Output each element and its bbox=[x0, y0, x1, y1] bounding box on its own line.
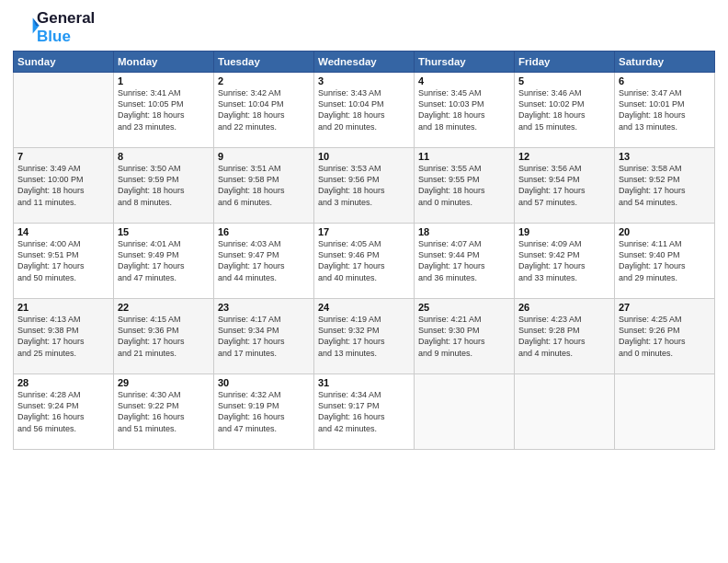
day-number: 14 bbox=[17, 226, 109, 237]
cell-content: Sunrise: 4:01 AM Sunset: 9:49 PM Dayligh… bbox=[118, 238, 210, 283]
cell-content: Sunrise: 3:47 AM Sunset: 10:01 PM Daylig… bbox=[619, 87, 711, 132]
logo-text-line1: General bbox=[37, 9, 95, 28]
calendar-cell: 10Sunrise: 3:53 AM Sunset: 9:56 PM Dayli… bbox=[314, 148, 415, 224]
day-number: 21 bbox=[17, 302, 109, 313]
day-number: 15 bbox=[118, 226, 210, 237]
day-number: 13 bbox=[619, 151, 711, 162]
cell-content: Sunrise: 4:30 AM Sunset: 9:22 PM Dayligh… bbox=[118, 389, 210, 434]
weekday-header-tuesday: Tuesday bbox=[214, 52, 314, 73]
calendar-cell: 20Sunrise: 4:11 AM Sunset: 9:40 PM Dayli… bbox=[615, 224, 715, 299]
week-row-3: 14Sunrise: 4:00 AM Sunset: 9:51 PM Dayli… bbox=[14, 224, 715, 299]
calendar-cell: 30Sunrise: 4:32 AM Sunset: 9:19 PM Dayli… bbox=[214, 374, 314, 450]
cell-content: Sunrise: 4:19 AM Sunset: 9:32 PM Dayligh… bbox=[318, 314, 410, 359]
logo-text-line2: Blue bbox=[37, 28, 95, 46]
cell-content: Sunrise: 3:41 AM Sunset: 10:05 PM Daylig… bbox=[118, 87, 210, 132]
day-number: 8 bbox=[118, 151, 210, 162]
page-header: General Blue bbox=[13, 9, 715, 45]
day-number: 2 bbox=[218, 75, 310, 86]
calendar-cell: 9Sunrise: 3:51 AM Sunset: 9:58 PM Daylig… bbox=[214, 148, 314, 224]
calendar-cell bbox=[415, 374, 515, 450]
calendar-cell: 1Sunrise: 3:41 AM Sunset: 10:05 PM Dayli… bbox=[114, 73, 214, 148]
calendar-cell: 2Sunrise: 3:42 AM Sunset: 10:04 PM Dayli… bbox=[214, 73, 314, 148]
cell-content: Sunrise: 3:53 AM Sunset: 9:56 PM Dayligh… bbox=[318, 163, 410, 208]
cell-content: Sunrise: 3:51 AM Sunset: 9:58 PM Dayligh… bbox=[218, 163, 310, 208]
calendar-cell: 22Sunrise: 4:15 AM Sunset: 9:36 PM Dayli… bbox=[114, 299, 214, 374]
day-number: 28 bbox=[17, 377, 109, 388]
day-number: 18 bbox=[418, 226, 510, 237]
day-number: 3 bbox=[318, 75, 410, 86]
calendar-cell: 29Sunrise: 4:30 AM Sunset: 9:22 PM Dayli… bbox=[114, 374, 214, 450]
calendar-cell bbox=[14, 73, 114, 148]
cell-content: Sunrise: 3:45 AM Sunset: 10:03 PM Daylig… bbox=[418, 87, 510, 132]
cell-content: Sunrise: 4:32 AM Sunset: 9:19 PM Dayligh… bbox=[218, 389, 310, 434]
day-number: 31 bbox=[318, 377, 410, 388]
calendar-cell: 24Sunrise: 4:19 AM Sunset: 9:32 PM Dayli… bbox=[314, 299, 415, 374]
calendar-table: SundayMondayTuesdayWednesdayThursdayFrid… bbox=[13, 51, 715, 450]
cell-content: Sunrise: 4:07 AM Sunset: 9:44 PM Dayligh… bbox=[418, 238, 510, 283]
calendar-cell: 18Sunrise: 4:07 AM Sunset: 9:44 PM Dayli… bbox=[415, 224, 515, 299]
calendar-cell: 4Sunrise: 3:45 AM Sunset: 10:03 PM Dayli… bbox=[415, 73, 515, 148]
cell-content: Sunrise: 3:56 AM Sunset: 9:54 PM Dayligh… bbox=[518, 163, 610, 208]
calendar-cell: 13Sunrise: 3:58 AM Sunset: 9:52 PM Dayli… bbox=[615, 148, 715, 224]
cell-content: Sunrise: 3:55 AM Sunset: 9:55 PM Dayligh… bbox=[418, 163, 510, 208]
day-number: 11 bbox=[418, 151, 510, 162]
cell-content: Sunrise: 3:49 AM Sunset: 10:00 PM Daylig… bbox=[17, 163, 109, 208]
cell-content: Sunrise: 4:13 AM Sunset: 9:38 PM Dayligh… bbox=[17, 314, 109, 359]
weekday-header-saturday: Saturday bbox=[615, 52, 715, 73]
day-number: 26 bbox=[518, 302, 610, 313]
day-number: 7 bbox=[17, 151, 109, 162]
cell-content: Sunrise: 3:43 AM Sunset: 10:04 PM Daylig… bbox=[318, 87, 410, 132]
page-container: General Blue SundayMondayTuesdayWednesda… bbox=[0, 0, 728, 457]
day-number: 10 bbox=[318, 151, 410, 162]
weekday-header-thursday: Thursday bbox=[415, 52, 515, 73]
calendar-cell: 14Sunrise: 4:00 AM Sunset: 9:51 PM Dayli… bbox=[14, 224, 114, 299]
day-number: 4 bbox=[418, 75, 510, 86]
weekday-header-wednesday: Wednesday bbox=[314, 52, 415, 73]
weekday-header-monday: Monday bbox=[114, 52, 214, 73]
cell-content: Sunrise: 4:17 AM Sunset: 9:34 PM Dayligh… bbox=[218, 314, 310, 359]
cell-content: Sunrise: 4:09 AM Sunset: 9:42 PM Dayligh… bbox=[518, 238, 610, 283]
logo: General Blue bbox=[13, 9, 95, 45]
calendar-cell: 12Sunrise: 3:56 AM Sunset: 9:54 PM Dayli… bbox=[515, 148, 615, 224]
calendar-cell: 31Sunrise: 4:34 AM Sunset: 9:17 PM Dayli… bbox=[314, 374, 415, 450]
calendar-cell: 23Sunrise: 4:17 AM Sunset: 9:34 PM Dayli… bbox=[214, 299, 314, 374]
day-number: 5 bbox=[518, 75, 610, 86]
day-number: 24 bbox=[318, 302, 410, 313]
day-number: 29 bbox=[118, 377, 210, 388]
day-number: 23 bbox=[218, 302, 310, 313]
week-row-5: 28Sunrise: 4:28 AM Sunset: 9:24 PM Dayli… bbox=[14, 374, 715, 450]
calendar-cell: 5Sunrise: 3:46 AM Sunset: 10:02 PM Dayli… bbox=[515, 73, 615, 148]
cell-content: Sunrise: 4:28 AM Sunset: 9:24 PM Dayligh… bbox=[17, 389, 109, 434]
calendar-cell bbox=[515, 374, 615, 450]
cell-content: Sunrise: 3:50 AM Sunset: 9:59 PM Dayligh… bbox=[118, 163, 210, 208]
weekday-header-row: SundayMondayTuesdayWednesdayThursdayFrid… bbox=[14, 52, 715, 73]
cell-content: Sunrise: 3:46 AM Sunset: 10:02 PM Daylig… bbox=[518, 87, 610, 132]
weekday-header-sunday: Sunday bbox=[14, 52, 114, 73]
cell-content: Sunrise: 4:25 AM Sunset: 9:26 PM Dayligh… bbox=[619, 314, 711, 359]
cell-content: Sunrise: 4:21 AM Sunset: 9:30 PM Dayligh… bbox=[418, 314, 510, 359]
cell-content: Sunrise: 4:34 AM Sunset: 9:17 PM Dayligh… bbox=[318, 389, 410, 434]
cell-content: Sunrise: 4:15 AM Sunset: 9:36 PM Dayligh… bbox=[118, 314, 210, 359]
calendar-cell: 21Sunrise: 4:13 AM Sunset: 9:38 PM Dayli… bbox=[14, 299, 114, 374]
cell-content: Sunrise: 3:42 AM Sunset: 10:04 PM Daylig… bbox=[218, 87, 310, 132]
calendar-cell: 16Sunrise: 4:03 AM Sunset: 9:47 PM Dayli… bbox=[214, 224, 314, 299]
cell-content: Sunrise: 4:11 AM Sunset: 9:40 PM Dayligh… bbox=[619, 238, 711, 283]
day-number: 27 bbox=[619, 302, 711, 313]
cell-content: Sunrise: 4:00 AM Sunset: 9:51 PM Dayligh… bbox=[17, 238, 109, 283]
day-number: 25 bbox=[418, 302, 510, 313]
calendar-cell: 11Sunrise: 3:55 AM Sunset: 9:55 PM Dayli… bbox=[415, 148, 515, 224]
day-number: 16 bbox=[218, 226, 310, 237]
calendar-cell: 6Sunrise: 3:47 AM Sunset: 10:01 PM Dayli… bbox=[615, 73, 715, 148]
week-row-2: 7Sunrise: 3:49 AM Sunset: 10:00 PM Dayli… bbox=[14, 148, 715, 224]
calendar-cell: 26Sunrise: 4:23 AM Sunset: 9:28 PM Dayli… bbox=[515, 299, 615, 374]
calendar-cell: 28Sunrise: 4:28 AM Sunset: 9:24 PM Dayli… bbox=[14, 374, 114, 450]
week-row-1: 1Sunrise: 3:41 AM Sunset: 10:05 PM Dayli… bbox=[14, 73, 715, 148]
calendar-cell: 25Sunrise: 4:21 AM Sunset: 9:30 PM Dayli… bbox=[415, 299, 515, 374]
week-row-4: 21Sunrise: 4:13 AM Sunset: 9:38 PM Dayli… bbox=[14, 299, 715, 374]
day-number: 22 bbox=[118, 302, 210, 313]
cell-content: Sunrise: 4:03 AM Sunset: 9:47 PM Dayligh… bbox=[218, 238, 310, 283]
day-number: 17 bbox=[318, 226, 410, 237]
calendar-cell: 7Sunrise: 3:49 AM Sunset: 10:00 PM Dayli… bbox=[14, 148, 114, 224]
cell-content: Sunrise: 4:05 AM Sunset: 9:46 PM Dayligh… bbox=[318, 238, 410, 283]
cell-content: Sunrise: 4:23 AM Sunset: 9:28 PM Dayligh… bbox=[518, 314, 610, 359]
